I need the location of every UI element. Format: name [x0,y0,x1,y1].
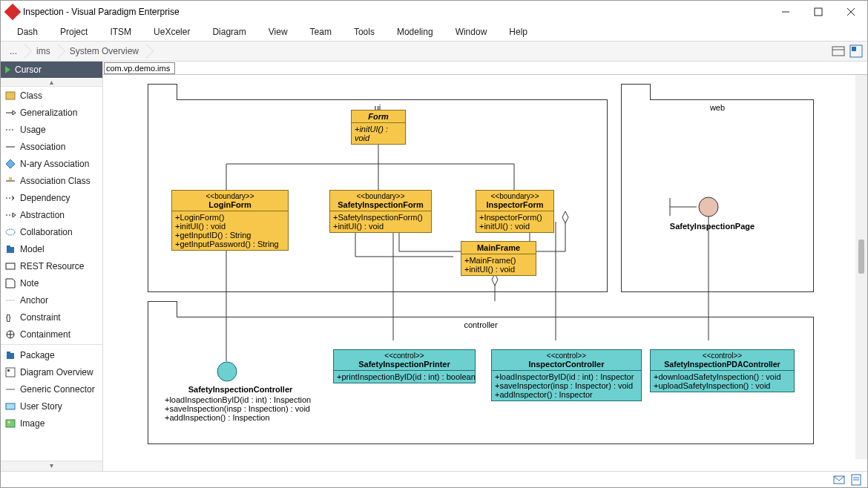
palette-nary[interactable]: N-ary Association [1,155,102,172]
menu-project[interactable]: Project [54,25,93,39]
menu-modeling[interactable]: Modeling [391,25,439,39]
menu-bar: Dash Project ITSM UeXceler Diagram View … [1,23,867,41]
palette-anchor[interactable]: Anchor [1,291,102,309]
diagram-canvas[interactable]: ui web controller Form +initUI() : void … [103,75,867,471]
preview-icon[interactable] [849,44,863,58]
svg-rect-15 [9,177,12,180]
palette-abstraction[interactable]: Abstraction [1,206,102,223]
svg-rect-7 [852,47,856,51]
app-icon [4,4,22,21]
class-safetyinspectionprinter[interactable]: <<control>>SafetyInspectionPrinter +prin… [333,349,476,383]
main-area: Cursor ▴ Class Generalization Usage Asso… [1,62,867,471]
cursor-icon [5,66,10,73]
overview-icon [5,367,16,377]
menu-window[interactable]: Window [450,25,493,39]
svg-marker-13 [6,159,15,168]
menu-uexceler[interactable]: UeXceler [148,25,196,39]
class-form[interactable]: Form +initUI() : void [351,110,406,145]
svg-rect-32 [7,369,10,372]
package-web[interactable]: web [621,99,814,292]
class-form-ops: +initUI() : void [352,123,405,144]
breadcrumb-system-overview[interactable]: System Overview [58,43,146,59]
maximize-icon [814,7,823,16]
vertical-scrollbar[interactable] [855,75,867,459]
palette-rest[interactable]: REST Resource [1,257,102,274]
package-path-input[interactable] [104,62,175,74]
class-safetyinspectionform[interactable]: <<boundary>>SafetyInspectionForm +Safety… [329,190,432,233]
close-button[interactable] [835,1,867,22]
package-path-row [103,62,867,75]
svg-rect-22 [6,263,15,269]
palette-association[interactable]: Association [1,138,102,155]
abstraction-icon [5,210,16,220]
maximize-button[interactable] [802,1,835,22]
scrollbar-thumb[interactable] [858,240,864,274]
palette-image[interactable]: Image [1,415,102,432]
palette-note[interactable]: Note [1,274,102,291]
palette-collaboration[interactable]: Collaboration [1,223,102,240]
class-loginform[interactable]: <<boundary>>LoginForm +LoginForm() +init… [171,190,289,251]
palette-constraint[interactable]: {}Constraint [1,309,102,326]
class-safetyinspectioncontroller[interactable] [215,360,239,385]
palette-containment[interactable]: Containment [1,326,102,343]
menu-help[interactable]: Help [503,25,533,39]
rest-icon [5,261,16,271]
package-icon [5,350,16,360]
class-inspectorcontroller[interactable]: <<control>>InspectorController +loadInsp… [491,349,642,401]
palette-class[interactable]: Class [1,87,102,104]
menu-team[interactable]: Team [304,25,338,39]
svg-text:{}: {} [6,314,11,322]
menu-view[interactable]: View [263,25,294,39]
close-icon [846,7,855,16]
package-controller-label: controller [148,320,813,329]
constraint-icon: {} [5,312,16,323]
class-safetyinspectionpdacontroller[interactable]: <<control>>SafetyInspectionPDAController… [650,349,795,392]
svg-rect-4 [832,47,844,56]
class-inspectorform[interactable]: <<boundary>>InspectorForm +InspectorForm… [476,190,554,233]
breadcrumb-ellipsis[interactable]: ... [5,43,24,59]
palette-model[interactable]: Model [1,240,102,257]
palette-assoc-class[interactable]: Association Class [1,172,102,189]
class-safetyinspectionpage[interactable] [697,197,720,222]
window-title: Inspection - Visual Paradigm Enterprise [23,7,180,17]
svg-rect-21 [7,245,10,247]
menu-itsm[interactable]: ITSM [104,25,137,39]
palette-cursor[interactable]: Cursor [1,62,102,78]
layout-icon[interactable] [832,44,845,58]
svg-point-36 [8,421,10,423]
assoc-class-icon [5,176,16,186]
palette-generalization[interactable]: Generalization [1,104,102,121]
class-loginform-ops: +LoginForm() +initUI() : void +getInputI… [172,211,288,250]
package-ui-tab [148,84,177,100]
note-icon [5,278,16,288]
palette-scroll-up[interactable]: ▴ [1,78,102,87]
package-web-tab [621,84,651,100]
palette-package[interactable]: Package [1,346,102,363]
palette-dependency[interactable]: Dependency [1,189,102,206]
palette-diagram-overview[interactable]: Diagram Overview [1,363,102,380]
title-bar: Inspection - Visual Paradigm Enterprise [1,1,867,23]
menu-dash[interactable]: Dash [11,25,44,39]
palette-scroll-down[interactable]: ▾ [1,461,102,471]
mail-icon[interactable] [833,475,845,485]
document-icon[interactable] [851,474,861,486]
palette-user-story[interactable]: User Story [1,398,102,415]
minimize-button[interactable] [769,1,802,22]
svg-point-19 [6,229,15,235]
palette-generic-connector[interactable]: Generic Connector [1,380,102,398]
cursor-label: Cursor [15,65,42,75]
palette-usage[interactable]: Usage [1,121,102,138]
containment-icon [5,329,16,340]
image-icon [5,418,16,429]
interface-circle-icon [697,197,720,220]
usage-icon [5,125,16,135]
svg-rect-8 [6,92,15,99]
menu-diagram[interactable]: Diagram [206,25,251,39]
class-form-name: Form [368,112,389,121]
svg-rect-1 [815,8,822,16]
svg-marker-23 [6,279,15,288]
svg-point-46 [217,362,237,381]
class-mainframe[interactable]: MainFrame +MainFrame() +initUI() : void [461,241,536,276]
menu-tools[interactable]: Tools [348,25,381,39]
svg-rect-31 [6,368,15,377]
